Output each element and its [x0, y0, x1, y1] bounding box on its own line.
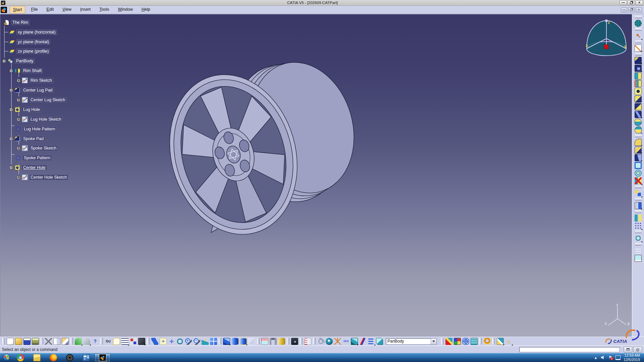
start-button[interactable] [1, 353, 12, 362]
seam-globe-icon[interactable] [462, 338, 469, 345]
taskbar-chrome-icon[interactable] [12, 353, 28, 362]
cut-icon[interactable] [45, 338, 52, 345]
menu-edit[interactable]: Edit [44, 6, 57, 13]
fit-all-in-icon[interactable]: ✛ [160, 338, 167, 345]
split-analysis-icon[interactable] [445, 338, 452, 345]
restore-button[interactable] [628, 0, 635, 5]
constraints-displayed-icon[interactable] [635, 247, 642, 254]
combo-dropdown-icon[interactable] [431, 339, 436, 344]
menu-insert[interactable]: Insert [77, 6, 94, 13]
zoom-in-icon[interactable]: + [185, 338, 192, 345]
expand-handle[interactable]: + [17, 98, 20, 102]
zoom-out-icon[interactable]: − [193, 338, 200, 345]
expand-handle[interactable]: + [17, 176, 20, 179]
mirror-icon[interactable] [635, 215, 642, 222]
thread-tap-icon[interactable] [635, 170, 642, 177]
taskbar-firefox-icon[interactable] [45, 353, 61, 362]
whats-this-icon[interactable]: ? [92, 338, 99, 345]
redo-icon[interactable] [83, 338, 90, 345]
design-table-icon[interactable] [121, 338, 128, 345]
shaft-icon[interactable] [635, 72, 642, 79]
catalog-icon[interactable] [138, 338, 145, 345]
tree-item-partbody[interactable]: − PartBody [2, 58, 35, 64]
pan-icon[interactable]: ✛ [168, 338, 175, 345]
menu-tools[interactable]: Tools [96, 6, 112, 13]
close-button[interactable]: × [636, 0, 643, 5]
surfacic-analysis-icon[interactable] [376, 338, 383, 345]
tree-item-center-lug-sketch[interactable]: + Center Lug Sketch [17, 97, 67, 103]
normal-view-icon[interactable] [202, 338, 209, 345]
tree-item-the-rim[interactable]: The Rim [4, 19, 30, 26]
hole-icon[interactable] [635, 88, 642, 95]
edge-fillet-icon[interactable] [635, 139, 642, 146]
select-icon[interactable]: ↖ [635, 32, 642, 39]
menu-help[interactable]: Help [139, 6, 153, 13]
removed-multi-sections-solid-icon[interactable] [635, 126, 642, 133]
tray-expand-icon[interactable]: ▲ [592, 354, 599, 362]
hidden-line-icon[interactable] [248, 338, 255, 345]
taskbar-clock[interactable]: 12:59 AM 12/5/2019 [622, 353, 643, 362]
tree-item-spoke-sketch[interactable]: + Spoke Sketch [17, 145, 58, 152]
shell-icon[interactable] [635, 162, 642, 169]
shading-with-edges-icon[interactable] [240, 338, 247, 345]
rectangular-pattern-icon[interactable] [635, 222, 642, 229]
3d-viewport[interactable]: The Rim xy plane (horizontal) yz plane (… [0, 14, 632, 337]
paste-icon[interactable] [62, 338, 69, 345]
menu-view[interactable]: View [59, 6, 74, 13]
tree-item-spoke-pad[interactable]: − Spoke Pad [9, 135, 45, 142]
rib-icon[interactable] [635, 96, 642, 103]
tree-item-xy-plane[interactable]: xy plane (horizontal) [9, 29, 57, 36]
mdi-restore-button[interactable] [628, 7, 635, 12]
tree-item-zx-plane[interactable]: zx plane (profile) [9, 48, 50, 55]
tree-item-center-hole-sketch[interactable]: + Center Hole Sketch [17, 174, 68, 181]
measure-inertia-icon[interactable] [278, 338, 285, 345]
action-center-flag-icon[interactable]: ⚑ [607, 354, 614, 362]
taskbar-recorder-icon[interactable] [62, 353, 77, 362]
tree-item-lug-hole-sketch[interactable]: + Lug Hole Sketch [17, 116, 63, 123]
expand-handle[interactable]: + [17, 146, 20, 150]
transformation-icon[interactable] [635, 190, 642, 197]
power-input-field[interactable] [519, 347, 620, 352]
in-work-body-selector[interactable]: PartBody [386, 338, 437, 345]
sketcher-icon[interactable] [635, 45, 642, 52]
hold-arc-icon[interactable] [484, 338, 491, 345]
thickness-stack-icon[interactable] [471, 338, 478, 345]
tree-item-yz-plane[interactable]: yz plane (frontal) [9, 39, 50, 45]
command-history-button[interactable]: @ [633, 347, 642, 353]
depth-effect-icon[interactable] [351, 338, 358, 345]
volume-icon[interactable] [599, 354, 607, 362]
constraints-icon[interactable] [130, 338, 137, 345]
expand-handle[interactable]: − [9, 108, 13, 112]
knowledge-advisor-icon[interactable] [359, 338, 366, 345]
tree-item-center-hole[interactable]: − Center Hole [9, 164, 47, 171]
print-icon[interactable] [32, 338, 39, 345]
network-icon[interactable] [614, 354, 622, 362]
menu-start[interactable]: Start [10, 6, 25, 13]
menu-window[interactable]: Window [115, 6, 136, 13]
mdi-minimize-button[interactable]: — [621, 7, 627, 12]
update-icon[interactable] [317, 338, 324, 345]
stiffener-icon[interactable] [635, 111, 642, 118]
tree-item-spoke-pattern[interactable]: Spoke Pattern [15, 155, 52, 161]
expand-handle[interactable]: + [17, 118, 20, 121]
expand-handle[interactable]: − [9, 166, 13, 170]
mdi-close-button[interactable]: × [636, 7, 642, 12]
taskbar-catia-icon[interactable] [95, 353, 110, 362]
class-list-icon[interactable] [368, 338, 375, 345]
open-icon[interactable] [15, 338, 22, 345]
scaling-icon[interactable] [635, 235, 642, 242]
expand-handle[interactable]: + [17, 79, 20, 82]
axis-system-icon[interactable] [334, 338, 341, 345]
wheel-rim-model[interactable] [166, 47, 354, 240]
slot-icon[interactable] [635, 103, 642, 110]
shading-icon[interactable] [231, 338, 238, 345]
snap-to-point-icon[interactable]: 10,0 [342, 338, 350, 345]
taskbar-explorer-icon[interactable] [29, 353, 45, 362]
undo-icon[interactable] [75, 338, 82, 345]
new-document-icon[interactable] [7, 338, 14, 345]
isometric-view-icon[interactable] [223, 338, 230, 345]
part-design-workbench-icon[interactable] [635, 20, 642, 27]
rotate-3d-icon[interactable] [326, 338, 333, 345]
tree-item-rim-sketch[interactable]: + Rim Sketch [17, 77, 53, 84]
constraint-box-icon[interactable] [635, 255, 642, 262]
